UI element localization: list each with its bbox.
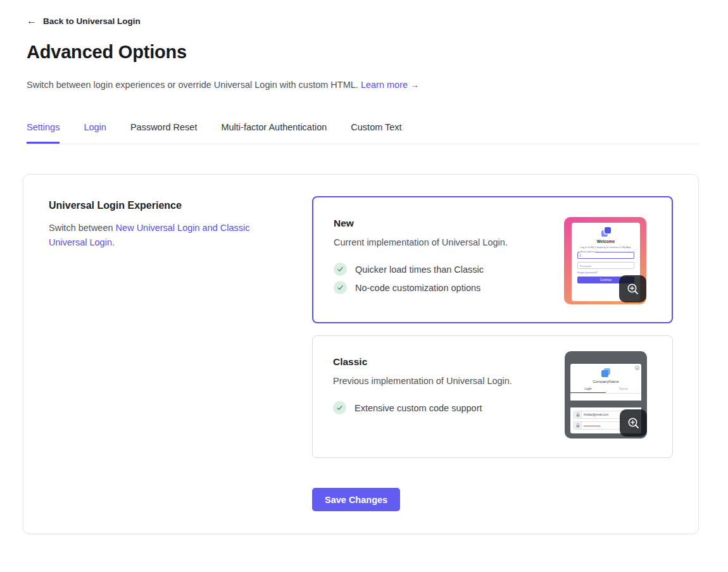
settings-panel: Universal Login Experience Switch betwee…: [23, 174, 699, 534]
page-content: ← Back to Universal Login Advanced Optio…: [0, 0, 728, 144]
preview-forgot-password-link: Forgot password?: [577, 271, 634, 274]
check-icon: [334, 281, 347, 294]
company-logo-icon: [601, 368, 610, 377]
new-login-preview-thumbnail[interactable]: Welcome Log in to My Company to continue…: [564, 217, 646, 304]
preview-tabs: Login Signup: [570, 387, 641, 394]
page-subtitle: Switch between login experiences or over…: [27, 80, 700, 90]
company-logo-icon: [601, 227, 611, 237]
tab-custom-text[interactable]: Custom Text: [351, 122, 401, 144]
option-card-classic[interactable]: Classic Previous implementation of Unive…: [312, 335, 673, 458]
save-changes-button[interactable]: Save Changes: [312, 488, 400, 511]
preview-subtext: Log in to My Company to continue to My A…: [575, 246, 637, 249]
section-intro: Universal Login Experience Switch betwee…: [49, 196, 284, 512]
preview-tab-login: Login: [570, 387, 606, 393]
tab-bar: Settings Login Password Reset Multi-fact…: [27, 122, 700, 144]
experience-options: New Current implementation of Universal …: [312, 196, 673, 512]
page-title: Advanced Options: [27, 42, 700, 63]
classic-preview-header: × CompanyName Login Signup: [570, 364, 641, 401]
magnifier-plus-icon: [626, 282, 640, 296]
close-icon: ×: [635, 366, 639, 370]
tab-password-reset[interactable]: Password Reset: [130, 122, 198, 144]
tab-settings[interactable]: Settings: [27, 122, 60, 144]
subtitle-text: Switch between login experiences or over…: [27, 80, 358, 90]
tab-multi-factor-authentication[interactable]: Multi-factor Authentication: [221, 122, 327, 144]
text-caret: |: [580, 253, 581, 257]
lock-icon: [574, 411, 582, 418]
learn-more-arrow-icon: →: [410, 80, 419, 90]
section-heading: Universal Login Experience: [49, 200, 284, 211]
preview-email-value: firstlast@email.com: [582, 413, 608, 416]
preview-password-mask: •••••••••••••: [582, 424, 601, 428]
section-description: Switch between New Universal Login and C…: [49, 221, 284, 251]
preview-password-input: Password: [577, 262, 634, 269]
tab-login[interactable]: Login: [84, 122, 106, 144]
feature-label: Extensive custom code support: [355, 403, 482, 413]
zoom-preview-button[interactable]: [620, 409, 647, 437]
back-link[interactable]: ← Back to Universal Login: [27, 15, 141, 27]
back-link-label: Back to Universal Login: [43, 16, 141, 26]
check-icon: [333, 401, 346, 414]
option-card-new[interactable]: New Current implementation of Universal …: [312, 196, 673, 323]
check-icon: [334, 263, 347, 276]
zoom-preview-button[interactable]: [619, 275, 646, 302]
preview-company-name: CompanyName: [570, 380, 641, 383]
feature-label: Quicker load times than Classic: [355, 264, 484, 275]
preview-tab-signup: Signup: [606, 387, 641, 393]
preview-email-input: Email address |: [577, 252, 634, 259]
back-arrow-icon: ←: [27, 15, 37, 27]
learn-more-link[interactable]: Learn more →: [361, 80, 419, 90]
lock-icon: [574, 422, 582, 429]
feature-label: No-code customization options: [355, 283, 480, 293]
classic-login-preview-thumbnail[interactable]: × CompanyName Login Signup: [565, 351, 647, 438]
preview-welcome-text: Welcome: [575, 239, 637, 244]
magnifier-plus-icon: [627, 416, 641, 430]
